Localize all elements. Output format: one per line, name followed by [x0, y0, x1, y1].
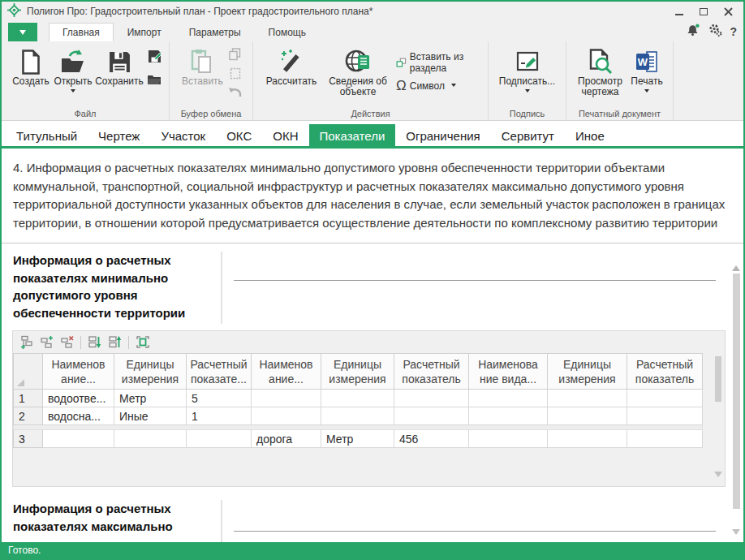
- tab-oks[interactable]: ОКС: [216, 124, 262, 146]
- table-cell[interactable]: [114, 430, 187, 448]
- table-cell[interactable]: [469, 430, 548, 448]
- table-cell[interactable]: [394, 390, 469, 407]
- section-min-field[interactable]: [234, 252, 716, 324]
- new-document-icon: [20, 47, 41, 76]
- tab-uchastok[interactable]: Участок: [150, 124, 216, 146]
- dropdown-arrow-icon: [19, 30, 26, 38]
- table-cell[interactable]: 1: [187, 407, 252, 425]
- calculate-button[interactable]: Рассчитать: [260, 45, 323, 88]
- table-cell[interactable]: [548, 430, 627, 448]
- move-row-up-button[interactable]: [106, 334, 124, 351]
- select-all-corner-cell[interactable]: [14, 354, 43, 390]
- ribbon-tab-help[interactable]: Помощь: [255, 23, 320, 41]
- insert-from-section-button[interactable]: Вставить из раздела: [396, 51, 480, 74]
- table-cell[interactable]: [469, 407, 548, 425]
- column-header[interactable]: Единицы измерения: [321, 354, 394, 390]
- table-cell[interactable]: [627, 407, 703, 425]
- table-cell[interactable]: 456: [394, 430, 469, 448]
- table-cell[interactable]: [43, 430, 114, 448]
- preview-drawing-button[interactable]: Просмотр чертежа: [575, 45, 626, 99]
- ribbon-tab-main[interactable]: Главная: [49, 23, 114, 41]
- table-row[interactable]: 2 водосна... Иные 1: [14, 407, 703, 425]
- column-header[interactable]: Единицы измерения: [114, 354, 187, 390]
- table-row[interactable]: 3 дорога Метр 456: [14, 430, 703, 448]
- ribbon-tab-import[interactable]: Импорт: [114, 23, 175, 41]
- table-cell[interactable]: [548, 407, 627, 425]
- close-button[interactable]: [716, 4, 740, 19]
- table-cell[interactable]: 5: [187, 390, 252, 407]
- column-header[interactable]: Расчетный показате...: [187, 354, 252, 390]
- save-button[interactable]: Сохранить: [94, 45, 144, 88]
- notifications-bell-icon[interactable]: [687, 24, 700, 40]
- paste-button[interactable]: Вставить: [179, 45, 226, 88]
- table-cell[interactable]: [321, 407, 394, 425]
- column-header[interactable]: Расчетный показатель: [627, 354, 703, 390]
- tab-chertezh[interactable]: Чертеж: [88, 124, 150, 146]
- table-scrollbar[interactable]: [713, 356, 723, 483]
- ribbon-group-signature-label: Подпись: [489, 109, 566, 118]
- table-cell[interactable]: дорога: [252, 430, 321, 448]
- open-button[interactable]: Открыть: [52, 45, 94, 97]
- ribbon-tab-parameters[interactable]: Параметры: [175, 23, 255, 41]
- table-cell[interactable]: [627, 430, 703, 448]
- tab-pokazateli[interactable]: Показатели: [309, 124, 396, 146]
- table-cell[interactable]: [469, 390, 548, 407]
- maximize-button[interactable]: [691, 4, 716, 19]
- object-info-button[interactable]: Сведения об объекте: [323, 45, 393, 99]
- table-cell[interactable]: Метр: [114, 390, 187, 407]
- create-button[interactable]: Создать: [10, 45, 52, 88]
- column-header[interactable]: Наименов ание...: [252, 354, 321, 390]
- table-scrollbar-thumb[interactable]: [715, 356, 721, 402]
- indicators-table[interactable]: Наименов ание... Единицы измерения Расче…: [13, 353, 703, 448]
- file-menu-button[interactable]: [8, 23, 37, 41]
- table-cell[interactable]: [394, 407, 469, 425]
- scroll-down-icon[interactable]: [732, 529, 740, 539]
- table-cell[interactable]: водосна...: [43, 407, 114, 425]
- expand-table-button[interactable]: [133, 334, 152, 351]
- add-child-row-button[interactable]: [17, 334, 36, 351]
- tab-ogranicheniya[interactable]: Ограничения: [395, 124, 490, 146]
- help-icon[interactable]: ?: [730, 25, 737, 38]
- tab-titulny[interactable]: Титульный: [6, 124, 88, 146]
- column-header[interactable]: Наименов ание...: [43, 354, 114, 390]
- paste-special-button[interactable]: [227, 66, 243, 80]
- svg-text:W: W: [638, 56, 648, 68]
- settings-gears-icon[interactable]: [708, 24, 722, 40]
- table-cell[interactable]: [187, 430, 252, 448]
- scroll-up-icon[interactable]: [732, 261, 740, 271]
- table-row[interactable]: 1 водоотве... Метр 5: [14, 390, 703, 407]
- table-cell[interactable]: водоотве...: [43, 390, 114, 407]
- table-cell[interactable]: [252, 390, 321, 407]
- table-cell[interactable]: [548, 390, 627, 407]
- tab-okn[interactable]: ОКН: [262, 124, 308, 146]
- move-row-down-button[interactable]: [85, 334, 104, 351]
- copy-icon: [229, 48, 241, 61]
- print-button[interactable]: W Печать: [626, 45, 668, 97]
- open-recent-button[interactable]: [146, 72, 162, 87]
- add-row-button[interactable]: [37, 334, 56, 351]
- tab-servitut[interactable]: Сервитут: [491, 124, 565, 146]
- tab-inoe[interactable]: Иное: [565, 124, 615, 146]
- table-cell[interactable]: Метр: [321, 430, 394, 448]
- main-scrollbar[interactable]: [731, 261, 742, 539]
- table-toolbar: [13, 331, 725, 353]
- table-cell[interactable]: [321, 390, 394, 407]
- undo-button[interactable]: [227, 84, 243, 99]
- minimize-button[interactable]: [667, 4, 691, 19]
- delete-row-button[interactable]: [58, 334, 76, 351]
- main-scrollbar-thumb[interactable]: [733, 274, 740, 509]
- app-logo-target-icon: [7, 3, 21, 20]
- section-max-field[interactable]: [234, 500, 716, 545]
- calculate-label: Рассчитать: [266, 76, 317, 87]
- table-cell[interactable]: [627, 390, 703, 407]
- sign-button[interactable]: Подписать...: [497, 45, 558, 97]
- table-cell[interactable]: Иные: [114, 407, 187, 425]
- column-header[interactable]: Единицы измерения: [548, 354, 627, 390]
- table-cell[interactable]: [252, 407, 321, 425]
- save-as-button[interactable]: [146, 49, 162, 63]
- scroll-down-icon[interactable]: [714, 472, 722, 481]
- copy-button[interactable]: [227, 47, 243, 62]
- column-header[interactable]: Наименова ние вида...: [469, 354, 548, 390]
- column-header[interactable]: Расчетный показатель: [394, 354, 469, 390]
- symbol-button[interactable]: Ω Символ: [396, 80, 480, 93]
